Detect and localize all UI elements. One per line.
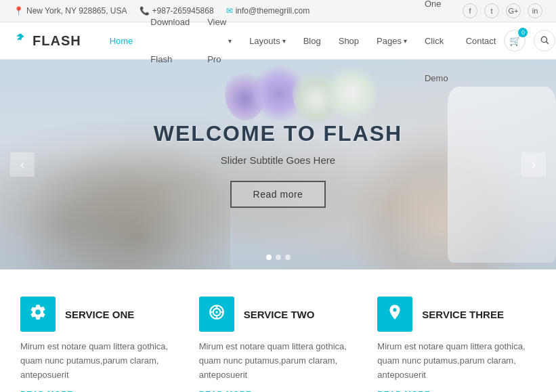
nav-blog[interactable]: Blog bbox=[295, 22, 329, 60]
service-2-header: SERVICE TWO bbox=[199, 297, 358, 332]
service-2-icon-box bbox=[199, 297, 234, 332]
hero-cta-button[interactable]: Read more bbox=[230, 181, 326, 208]
nav-right: 🛒 0 bbox=[504, 30, 555, 51]
service-2-text: Mirum est notare quam littera gothica, q… bbox=[199, 340, 358, 382]
hero-content: WELCOME TO FLASH Slider Subtitle Goes He… bbox=[154, 121, 402, 208]
social-linkedin[interactable]: in bbox=[528, 3, 542, 18]
services-section: SERVICE ONE Mirum est notare quam litter… bbox=[0, 269, 556, 392]
chevron-down-icon: ▾ bbox=[404, 22, 407, 60]
service-item-3: SERVICE THREE Mirum est notare quam litt… bbox=[377, 297, 536, 392]
cart-badge: 0 bbox=[518, 28, 528, 37]
map-pin-icon bbox=[386, 303, 404, 325]
service-3-text: Mirum est notare quam littera gothica, q… bbox=[377, 340, 536, 382]
nav-download-flash[interactable]: Download Flash bbox=[142, 3, 198, 78]
gear-icon bbox=[29, 303, 47, 325]
chevron-down-icon: ▾ bbox=[282, 22, 286, 60]
service-3-header: SERVICE THREE bbox=[377, 297, 536, 332]
service-item-2: SERVICE TWO Mirum est notare quam litter… bbox=[199, 297, 358, 392]
hero-prev-button[interactable]: ‹ bbox=[10, 152, 35, 177]
nav-pages[interactable]: Pages ▾ bbox=[368, 22, 415, 60]
hero-subtitle: Slider Subtitle Goes Here bbox=[154, 154, 402, 166]
svg-line-1 bbox=[547, 41, 549, 43]
nav-contact[interactable]: Contact bbox=[458, 22, 505, 60]
cart-button[interactable]: 🛒 0 bbox=[504, 30, 526, 51]
hero-dot-1[interactable] bbox=[266, 255, 272, 260]
svg-point-4 bbox=[215, 311, 217, 313]
location-icon: 📍 bbox=[14, 6, 24, 16]
search-button[interactable] bbox=[534, 30, 555, 51]
logo-text: FLASH bbox=[33, 33, 81, 49]
navbar: FLASH Home Download Flash View Pro ▾ Lay… bbox=[0, 22, 556, 60]
nav-view-pro[interactable]: View Pro ▾ bbox=[199, 3, 240, 78]
search-icon bbox=[540, 35, 549, 47]
hero-dot-2[interactable] bbox=[276, 255, 281, 260]
social-googleplus[interactable]: G+ bbox=[506, 3, 521, 18]
hero-dots bbox=[266, 255, 291, 260]
service-3-icon-box bbox=[377, 297, 412, 332]
target-icon bbox=[208, 303, 226, 325]
service-2-title: SERVICE TWO bbox=[244, 309, 315, 320]
service-1-header: SERVICE ONE bbox=[20, 297, 179, 332]
chevron-down-icon: ▾ bbox=[228, 22, 232, 60]
nav-home[interactable]: Home bbox=[102, 22, 142, 60]
hero-next-button[interactable]: › bbox=[521, 152, 546, 177]
service-1-icon-box bbox=[20, 297, 56, 332]
nav-shop[interactable]: Shop bbox=[330, 22, 367, 60]
svg-point-0 bbox=[542, 37, 547, 42]
logo-icon bbox=[14, 31, 28, 50]
logo[interactable]: FLASH bbox=[14, 31, 81, 50]
cart-icon: 🛒 bbox=[509, 35, 521, 46]
service-1-text: Mirum est notare quam littera gothica, q… bbox=[20, 340, 179, 382]
service-3-title: SERVICE THREE bbox=[422, 309, 504, 320]
hero-title: WELCOME TO FLASH bbox=[154, 121, 402, 146]
nav-links: Home Download Flash View Pro ▾ Layouts ▾… bbox=[102, 0, 505, 97]
nav-layouts[interactable]: Layouts ▾ bbox=[241, 22, 294, 60]
service-1-title: SERVICE ONE bbox=[65, 309, 134, 320]
service-item-1: SERVICE ONE Mirum est notare quam litter… bbox=[20, 297, 179, 392]
nav-one-click-demo[interactable]: One Click Demo bbox=[416, 0, 456, 97]
hero-dot-3[interactable] bbox=[285, 255, 291, 260]
